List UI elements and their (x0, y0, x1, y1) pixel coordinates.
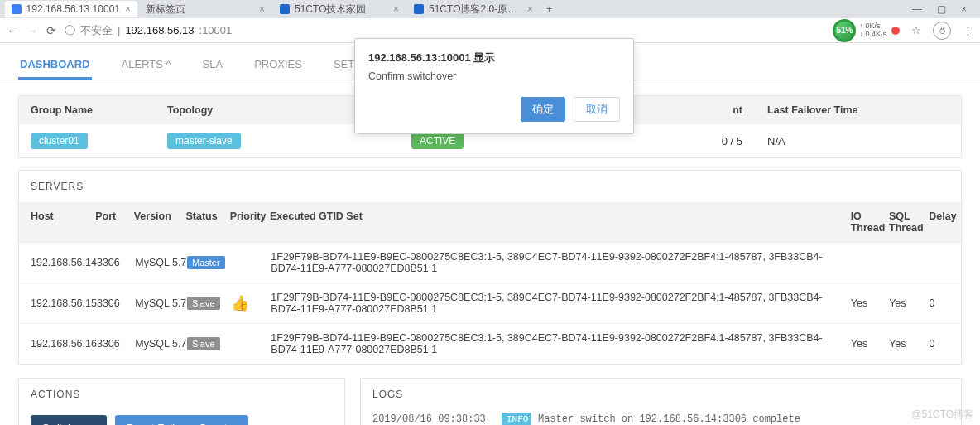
tab-alerts[interactable]: ALERTS ^ (120, 51, 173, 80)
cell-io: Yes (851, 338, 889, 350)
col-delay: Delay (929, 210, 961, 234)
col-priority: Priority (230, 210, 270, 234)
url-field[interactable]: ⓘ 不安全 | 192.168.56.13:10001 (65, 23, 824, 38)
cell-sql: Yes (889, 297, 929, 309)
favicon-icon (280, 4, 290, 14)
col-group-name: Group Name (31, 104, 167, 116)
log-ts: 2019/08/16 09:38:33 (372, 412, 495, 425)
cell-version: MySQL 5.7 (135, 257, 187, 268)
net-down: ↓ 0.4K/s (859, 31, 886, 39)
col-last-failover: Last Failover Time (767, 104, 949, 116)
dialog-message: Confirm switchover (368, 70, 620, 82)
server-row: 192.168.56.15 3306 MySQL 5.7 Slave 👍 1F2… (19, 283, 961, 323)
status-badge: Slave (187, 337, 220, 350)
reset-failover-button[interactable]: Reset Failover Counter (115, 415, 249, 425)
dialog-ok-button[interactable]: 确定 (521, 97, 565, 122)
actions-title: ACTIONS (19, 379, 344, 410)
tab-title: 新标签页 (146, 2, 185, 17)
cell-gtid: 1F29F79B-BD74-11E9-B9EC-0800275C8EC3:1-5… (271, 292, 851, 315)
browser-tab-strip: 192.168.56.13:10001× 新标签页× 51CTO技术家园× 51… (0, 0, 980, 18)
maximize-icon[interactable]: ▢ (937, 3, 946, 15)
close-window-icon[interactable]: × (961, 3, 967, 15)
log-msg: Master switch on 192.168.56.14:3306 comp… (538, 412, 800, 425)
actions-panel: ACTIONS Switchover Reset Failover Counte… (18, 378, 345, 425)
col-host: Host (19, 210, 95, 234)
watermark: @51CTO博客 (911, 408, 973, 422)
tab-dashboard[interactable]: DASHBOARD (18, 51, 92, 80)
close-icon[interactable]: × (393, 3, 399, 15)
col-port: Port (95, 210, 133, 234)
cell-gtid: 1F29F79B-BD74-11E9-B9EC-0800275C8EC3:1-5… (271, 251, 851, 274)
tab-title: 51CTO技术家园 (295, 2, 366, 17)
tab-title: 51CTO博客2.0-原创IT技术文章... (429, 2, 520, 17)
col-gtid: Executed GTID Set (270, 210, 851, 234)
close-icon[interactable]: × (125, 3, 131, 15)
url-host: 192.168.56.13 (125, 24, 194, 36)
col-status: Status (185, 210, 229, 234)
cell-host: 192.168.56.14 (19, 257, 97, 268)
server-row: 192.168.56.16 3306 MySQL 5.7 Slave 1F29F… (19, 323, 961, 364)
security-label: 不安全 (80, 23, 113, 38)
cell-gtid: 1F29F79B-BD74-11E9-B9EC-0800275C8EC3:1-5… (271, 332, 851, 355)
cell-port: 3306 (97, 257, 135, 268)
net-usage-icon: 51% (833, 19, 856, 42)
logs-title: LOGS (361, 379, 961, 410)
minimize-icon[interactable]: — (912, 3, 922, 15)
thumbs-up-icon[interactable]: 👍 (231, 295, 249, 312)
forward-icon: → (26, 24, 38, 37)
status-tag: ACTIVE (411, 133, 464, 149)
group-name-tag[interactable]: cluster01 (31, 133, 88, 149)
cell-port: 3306 (97, 338, 135, 350)
notification-badge-icon (891, 27, 900, 35)
tab-proxies[interactable]: PROXIES (252, 51, 304, 80)
logs-panel: LOGS 2019/08/16 09:38:33INFOMaster switc… (360, 378, 962, 425)
cell-version: MySQL 5.7 (135, 297, 187, 309)
col-version: Version (134, 210, 186, 234)
browser-tab[interactable]: 51CTO博客2.0-原创IT技术文章...× (407, 1, 540, 17)
failover-count: 0 / 5 (581, 135, 767, 147)
tab-sla[interactable]: SLA (201, 51, 225, 80)
last-failover-time: N/A (767, 135, 949, 147)
reload-icon[interactable]: ⟳ (46, 24, 56, 37)
cell-delay: 0 (929, 338, 961, 350)
server-row: 192.168.56.14 3306 MySQL 5.7 Master 1F29… (19, 242, 961, 283)
network-monitor[interactable]: 51% ↑ 0K/s↓ 0.4K/s (833, 19, 900, 42)
col-sql: SQL Thread (889, 210, 929, 234)
log-level-badge: INFO (502, 413, 531, 425)
servers-panel: SERVERS Host Port Version Status Priorit… (18, 170, 962, 365)
browser-tab[interactable]: 新标签页× (139, 1, 271, 17)
topology-tag[interactable]: master-slave (167, 133, 241, 149)
dialog-title: 192.168.56.13:10001 显示 (368, 51, 620, 65)
browser-tab[interactable]: 51CTO技术家园× (273, 1, 406, 17)
servers-title: SERVERS (19, 171, 961, 202)
switchover-button[interactable]: Switchover (31, 415, 107, 425)
star-icon[interactable]: ☆ (911, 24, 921, 36)
cell-delay: 0 (929, 297, 961, 309)
status-badge: Slave (187, 297, 220, 310)
dialog-cancel-button[interactable]: 取消 (574, 97, 620, 122)
back-icon[interactable]: ← (7, 24, 18, 37)
cell-io: Yes (851, 297, 889, 309)
favicon-icon (12, 4, 22, 14)
tab-title: 192.168.56.13:10001 (26, 3, 120, 15)
cell-port: 3306 (97, 297, 135, 309)
col-io: IO Thread (851, 210, 889, 234)
close-icon[interactable]: × (259, 3, 265, 15)
menu-icon[interactable]: ⋮ (963, 24, 973, 36)
status-badge: Master (187, 256, 225, 269)
favicon-icon (414, 4, 424, 14)
new-tab-button[interactable]: + (541, 3, 557, 15)
cell-host: 192.168.56.16 (19, 338, 97, 350)
url-port: :10001 (199, 24, 233, 36)
separator: | (118, 24, 120, 36)
confirm-dialog: 192.168.56.13:10001 显示 Confirm switchove… (354, 38, 634, 134)
profile-icon[interactable]: ⍥ (933, 22, 951, 40)
cell-version: MySQL 5.7 (135, 338, 187, 350)
info-icon: ⓘ (65, 23, 75, 38)
log-line: 2019/08/16 09:38:33INFOMaster switch on … (372, 412, 949, 425)
cell-host: 192.168.56.15 (19, 297, 97, 309)
cell-sql: Yes (889, 338, 929, 350)
close-icon[interactable]: × (527, 3, 533, 15)
browser-tab[interactable]: 192.168.56.13:10001× (5, 1, 137, 17)
